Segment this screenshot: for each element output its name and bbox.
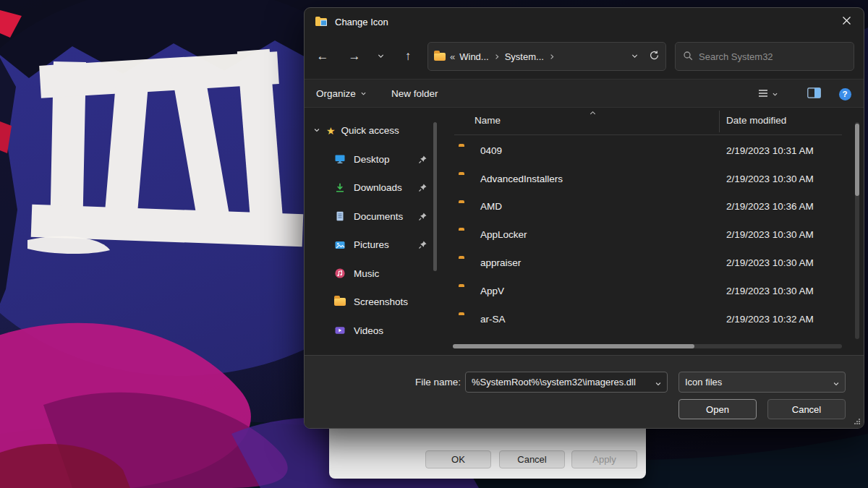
dialog-footer: File name: %SystemRoot%\system32\imagere… <box>305 355 864 429</box>
sidebar-item-label: Pictures <box>354 239 389 250</box>
sidebar-item-screenshots[interactable]: Screenshots <box>305 288 433 317</box>
file-name: ar-SA <box>480 314 506 325</box>
breadcrumb-windows[interactable]: Wind... <box>459 51 488 62</box>
column-header-date-modified[interactable]: Date modified <box>726 115 786 126</box>
file-date: 2/19/2023 10:32 AM <box>726 314 814 325</box>
sidebar-scrollbar-thumb[interactable] <box>433 122 437 271</box>
content-area: ★ Quick access Desktop Downloads <box>305 108 864 355</box>
pin-icon <box>418 212 427 223</box>
forward-button[interactable]: → <box>341 43 367 69</box>
pictures-icon <box>333 239 346 251</box>
breadcrumb-overflow[interactable]: « <box>450 51 455 62</box>
close-icon <box>842 16 851 27</box>
open-button[interactable]: Open <box>678 399 757 419</box>
refresh-icon[interactable] <box>649 50 660 63</box>
horizontal-scrollbar-thumb[interactable] <box>453 344 694 348</box>
resize-grip[interactable] <box>854 416 861 427</box>
organize-label: Organize <box>316 88 356 99</box>
address-bar[interactable]: « Wind... System... <box>427 42 666 71</box>
pin-icon <box>418 240 427 252</box>
view-options-button[interactable] <box>753 85 782 103</box>
file-list: Name Date modified 0409 2/19/2023 10:31 … <box>446 108 854 355</box>
sidebar-item-desktop[interactable]: Desktop <box>305 145 433 174</box>
file-date: 2/19/2023 10:31 AM <box>726 145 814 156</box>
vertical-scrollbar[interactable] <box>855 122 859 339</box>
header-divider <box>454 134 842 135</box>
desktop-icon <box>333 153 346 166</box>
sidebar-item-music[interactable]: Music <box>305 260 433 288</box>
folder-icon <box>333 296 346 308</box>
music-icon <box>333 267 346 280</box>
address-dropdown-icon[interactable] <box>631 51 639 62</box>
file-row[interactable]: AppV 2/19/2023 10:30 AM <box>446 277 854 305</box>
file-row[interactable]: ar-SA 2/19/2023 10:32 AM <box>446 305 854 333</box>
ok-button[interactable]: OK <box>425 450 491 468</box>
file-date: 2/19/2023 10:30 AM <box>726 174 814 184</box>
pin-icon <box>418 183 427 194</box>
new-folder-button[interactable]: New folder <box>386 80 444 107</box>
downloads-icon <box>333 181 346 194</box>
sidebar-item-label: Music <box>354 268 379 279</box>
cancel-button[interactable]: Cancel <box>767 399 846 419</box>
file-name-combobox[interactable]: %SystemRoot%\system32\imageres.dll <box>465 372 668 393</box>
list-header: Name Date modified <box>446 108 854 135</box>
address-folder-icon <box>434 53 446 61</box>
breadcrumb-system32[interactable]: System... <box>505 51 544 62</box>
horizontal-scrollbar[interactable] <box>453 344 842 348</box>
file-row[interactable]: AdvancedInstallers 2/19/2023 10:30 AM <box>446 165 854 193</box>
sidebar-item-label: Downloads <box>354 182 402 193</box>
sidebar-item-pictures[interactable]: Pictures <box>305 231 433 260</box>
videos-icon <box>333 325 346 337</box>
list-view-icon <box>757 87 769 101</box>
file-name: 0409 <box>480 145 502 156</box>
column-divider[interactable] <box>719 111 720 132</box>
file-name-label: File name: <box>386 372 461 393</box>
pin-icon <box>418 155 427 166</box>
chevron-down-icon <box>655 379 662 390</box>
file-date: 2/19/2023 10:30 AM <box>726 286 814 296</box>
file-date: 2/19/2023 10:36 AM <box>726 201 814 212</box>
sidebar-item-downloads[interactable]: Downloads <box>305 174 433 202</box>
file-row[interactable]: AMD 2/19/2023 10:36 AM <box>446 193 854 221</box>
chevron-down-icon <box>313 125 320 136</box>
organize-button[interactable]: Organize <box>310 80 373 107</box>
search-box[interactable] <box>675 42 854 71</box>
close-button[interactable] <box>830 8 864 35</box>
documents-icon <box>333 210 346 223</box>
sidebar-item-videos[interactable]: Videos <box>305 317 433 346</box>
file-name: AMD <box>480 201 502 212</box>
file-name: AdvancedInstallers <box>480 174 563 184</box>
cancel-button-background[interactable]: Cancel <box>499 450 565 468</box>
file-row[interactable]: AppLocker 2/19/2023 10:30 AM <box>446 221 854 249</box>
column-header-name[interactable]: Name <box>475 115 501 126</box>
up-button[interactable]: ↑ <box>395 43 421 69</box>
file-row[interactable]: 0409 2/19/2023 10:31 AM <box>446 137 854 165</box>
file-type-combobox[interactable]: Icon files <box>678 372 846 393</box>
sidebar-scrollbar[interactable] <box>433 116 437 346</box>
sidebar-item-label: Desktop <box>354 154 390 165</box>
file-name: appraiser <box>480 257 521 268</box>
chevron-down-icon <box>360 88 367 99</box>
change-icon-dialog: Change Icon ← → ↑ « Wind... <box>304 7 864 429</box>
preview-pane-button[interactable] <box>804 85 824 103</box>
command-bar: Organize New folder ? <box>305 79 864 108</box>
dialog-title: Change Icon <box>335 17 388 27</box>
back-button[interactable]: ← <box>310 43 336 69</box>
recent-locations-button[interactable] <box>372 43 389 69</box>
navigation-bar: ← → ↑ « Wind... System... <box>305 35 864 79</box>
sidebar-item-documents[interactable]: Documents <box>305 202 433 231</box>
search-input[interactable] <box>699 51 846 62</box>
vertical-scrollbar-thumb[interactable] <box>855 124 859 196</box>
back-icon: ← <box>317 49 329 64</box>
search-icon <box>683 51 693 63</box>
file-row[interactable]: appraiser 2/19/2023 10:30 AM <box>446 249 854 277</box>
chevron-down-icon <box>833 379 840 390</box>
sort-ascending-icon <box>589 108 597 119</box>
new-folder-label: New folder <box>391 88 438 99</box>
sidebar-item-label: Quick access <box>341 125 399 136</box>
forward-icon: → <box>349 49 361 64</box>
file-name-value: %SystemRoot%\system32\imageres.dll <box>472 377 636 388</box>
apply-button[interactable]: Apply <box>571 450 637 468</box>
sidebar-item-quick-access[interactable]: ★ Quick access <box>305 116 433 145</box>
help-button[interactable]: ? <box>835 85 855 103</box>
